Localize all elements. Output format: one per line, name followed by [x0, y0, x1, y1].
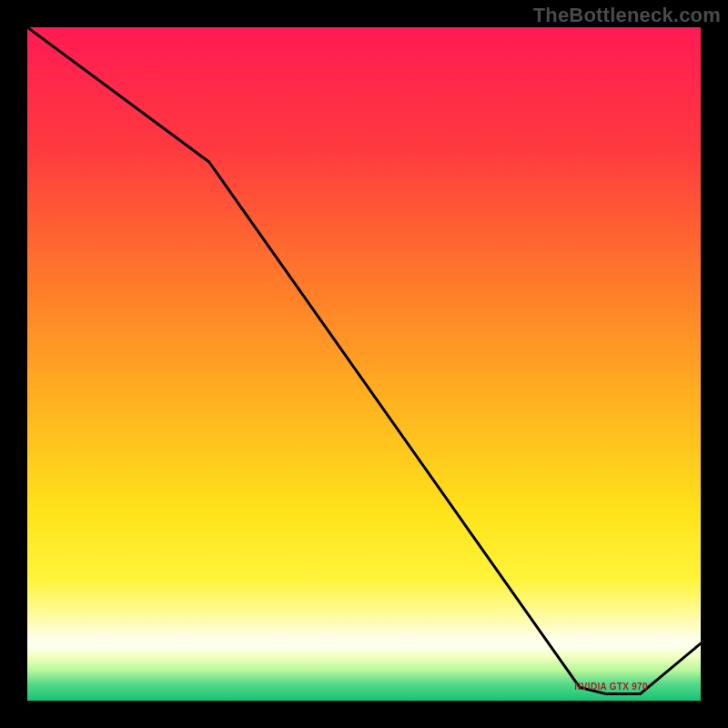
watermark-text: TheBottleneck.com [533, 4, 721, 27]
chart-frame: TheBottleneck.com NVIDIA GTX 970 [0, 0, 728, 728]
bottleneck-curve [27, 27, 701, 701]
plot-area: NVIDIA GTX 970 [27, 27, 701, 701]
gpu-label: NVIDIA GTX 970 [574, 682, 648, 692]
